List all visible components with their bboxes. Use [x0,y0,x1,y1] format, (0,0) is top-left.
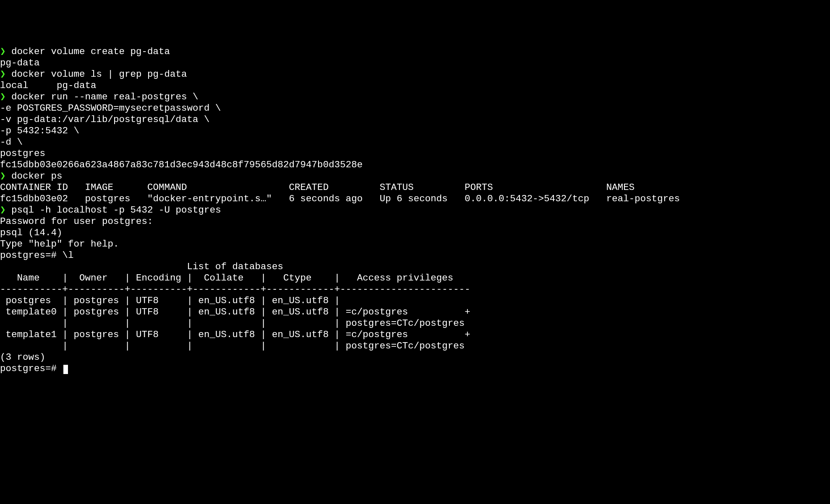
psql-prompt-line: postgres=# [0,363,830,374]
row-count: (3 rows) [0,352,830,363]
command-continuation: -p 5432:5432 \ [0,125,830,137]
command-line: ❯ docker ps [0,171,830,182]
output-line: fc15dbb03e0266a623a4867a83c781d3ec943d48… [0,159,830,171]
output-line: pg-data [0,57,830,69]
table-row: fc15dbb03e02 postgres "docker-entrypoint… [0,193,830,205]
command-text: docker volume create pg-data [6,46,170,57]
shell-prompt: ❯ [0,171,6,182]
psql-prompt: postgres=# [0,363,63,374]
command-text: docker ps [6,171,63,182]
table-row: template0 | postgres | UTF8 | en_US.utf8… [0,307,830,318]
table-row: postgres | postgres | UTF8 | en_US.utf8 … [0,295,830,307]
command-line: ❯ psql -h localhost -p 5432 -U postgres [0,205,830,216]
cursor-icon[interactable] [63,365,68,374]
output-line: psql (14.4) [0,227,830,239]
output-line: local pg-data [0,80,830,91]
shell-prompt: ❯ [0,91,6,102]
command-line: ❯ docker volume create pg-data [0,46,830,57]
table-row: template1 | postgres | UTF8 | en_US.utf8… [0,329,830,340]
output-line: Type "help" for help. [0,239,830,250]
table-row: | | | | | postgres=CTc/postgres [0,340,830,352]
command-continuation: -d \ [0,137,830,148]
table-title: List of databases [0,261,830,273]
shell-prompt: ❯ [0,69,6,80]
table-header: Name | Owner | Encoding | Collate | Ctyp… [0,273,830,284]
command-text: docker run --name real-postgres \ [6,91,198,102]
output-line: Password for user postgres: [0,216,830,227]
table-divider: -----------+----------+----------+------… [0,284,830,295]
command-continuation: -e POSTGRES_PASSWORD=mysecretpassword \ [0,103,830,114]
command-line: ❯ docker volume ls | grep pg-data [0,69,830,80]
command-line: ❯ docker run --name real-postgres \ [0,91,830,103]
shell-prompt: ❯ [0,205,6,216]
shell-prompt: ❯ [0,46,6,57]
psql-command: postgres=# \l [0,250,830,261]
table-row: | | | | | postgres=CTc/postgres [0,318,830,329]
table-header: CONTAINER ID IMAGE COMMAND CREATED STATU… [0,182,830,193]
command-continuation: -v pg-data:/var/lib/postgresql/data \ [0,114,830,125]
command-text: docker volume ls | grep pg-data [6,69,187,80]
terminal-output[interactable]: ❯ docker volume create pg-datapg-data❯ d… [0,46,830,374]
command-text: psql -h localhost -p 5432 -U postgres [6,205,221,216]
command-continuation: postgres [0,148,830,159]
